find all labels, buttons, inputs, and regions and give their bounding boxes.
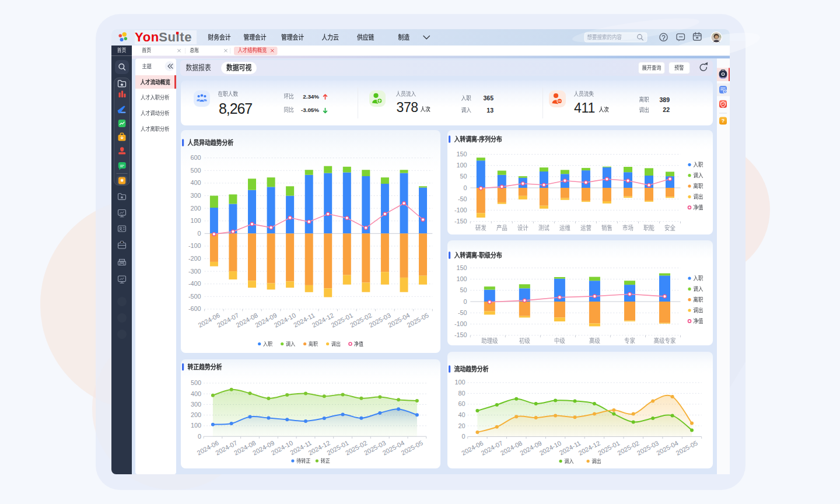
- svg-text:200: 200: [191, 411, 201, 418]
- svg-text:-400: -400: [188, 280, 201, 287]
- svg-text:365: 365: [483, 94, 494, 102]
- svg-text:?: ?: [722, 118, 725, 124]
- svg-text:0: 0: [463, 184, 467, 191]
- svg-text:0: 0: [463, 298, 467, 305]
- svg-text:378: 378: [397, 100, 418, 115]
- svg-text:Yon: Yon: [135, 30, 159, 44]
- svg-text:-50: -50: [458, 309, 467, 316]
- svg-text:600: 600: [190, 154, 201, 161]
- svg-text:40: 40: [458, 411, 465, 418]
- svg-text:150: 150: [456, 264, 467, 271]
- svg-text:-150: -150: [454, 331, 467, 338]
- svg-text:-100: -100: [454, 320, 467, 327]
- svg-text:2.34%: 2.34%: [303, 93, 319, 100]
- svg-text:Suite: Suite: [159, 30, 192, 44]
- svg-text:100: 100: [191, 422, 201, 429]
- svg-text:-50: -50: [458, 195, 467, 202]
- svg-text:100: 100: [456, 162, 467, 169]
- svg-text:50: 50: [460, 173, 467, 180]
- svg-text:60: 60: [458, 400, 465, 407]
- svg-text:0: 0: [197, 230, 201, 237]
- svg-text:-200: -200: [188, 255, 201, 262]
- svg-text:8,267: 8,267: [219, 100, 252, 117]
- svg-text:150: 150: [456, 150, 467, 158]
- svg-text:-3.05%: -3.05%: [301, 107, 319, 113]
- svg-text:389: 389: [659, 96, 670, 103]
- svg-text:300: 300: [191, 401, 201, 408]
- svg-text:200: 200: [190, 205, 201, 212]
- svg-text:80: 80: [458, 390, 465, 397]
- svg-text:-100: -100: [188, 242, 201, 249]
- svg-text:500: 500: [191, 379, 201, 386]
- svg-text:100: 100: [456, 275, 467, 282]
- svg-text:50: 50: [460, 286, 467, 293]
- svg-text:0: 0: [198, 433, 201, 440]
- svg-text:500: 500: [190, 167, 201, 174]
- svg-text:-500: -500: [188, 293, 201, 300]
- svg-text:-100: -100: [454, 206, 467, 214]
- svg-text:400: 400: [191, 390, 201, 397]
- svg-text:300: 300: [190, 192, 201, 199]
- svg-text:20: 20: [458, 422, 465, 429]
- svg-text:-300: -300: [188, 268, 201, 275]
- svg-text:-600: -600: [188, 305, 201, 312]
- svg-text:13: 13: [487, 107, 494, 114]
- svg-text:-150: -150: [454, 218, 467, 225]
- svg-text:100: 100: [454, 379, 465, 386]
- svg-text:22: 22: [663, 106, 670, 113]
- svg-text:400: 400: [190, 179, 201, 186]
- svg-text:100: 100: [190, 217, 201, 224]
- svg-text:0: 0: [461, 433, 465, 440]
- svg-text:411: 411: [574, 100, 595, 116]
